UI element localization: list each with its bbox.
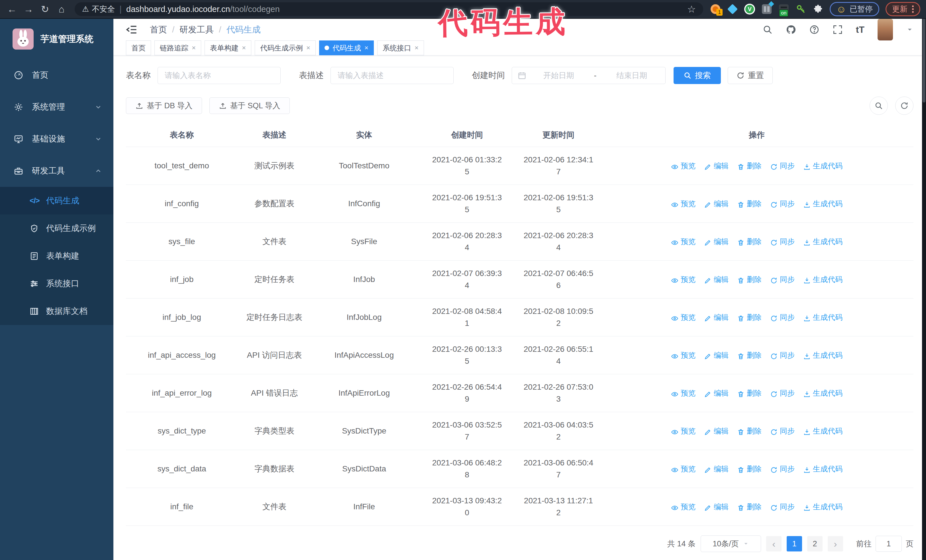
action-sync[interactable]: 同步	[770, 387, 794, 399]
table-row[interactable]: inf_api_access_log API 访问日志表 InfApiAcces…	[126, 337, 914, 374]
tab-home[interactable]: 首页	[126, 41, 151, 55]
home-icon[interactable]: ⌂	[55, 3, 68, 15]
sidebar-item-system-management[interactable]: 系统管理	[0, 91, 113, 123]
extensions-puzzle-icon[interactable]	[813, 4, 823, 15]
date-range-picker[interactable]: 开始日期 - 结束日期	[512, 67, 666, 84]
action-sync[interactable]: 同步	[770, 235, 794, 248]
action-sync[interactable]: 同步	[770, 273, 794, 285]
breadcrumb-dev-tools[interactable]: 研发工具	[180, 24, 214, 36]
extension-orange-icon[interactable]: 1	[710, 4, 721, 15]
page-size-select[interactable]: 10条/页	[701, 536, 761, 552]
sidebar-toggle-icon[interactable]	[126, 24, 137, 35]
sidebar-item-form-builder[interactable]: 表单构建	[0, 242, 113, 270]
action-delete[interactable]: 删除	[737, 311, 762, 323]
sidebar-item-home[interactable]: 首页	[0, 59, 113, 91]
table-row[interactable]: sys_dict_data 字典数据表 SysDictData 2021-03-…	[126, 450, 914, 488]
action-sync[interactable]: 同步	[770, 463, 794, 475]
action-delete[interactable]: 删除	[737, 160, 762, 172]
action-generate-code[interactable]: 生成代码	[803, 198, 843, 210]
action-generate-code[interactable]: 生成代码	[803, 501, 843, 513]
action-delete[interactable]: 删除	[737, 425, 762, 437]
avatar[interactable]	[878, 19, 893, 41]
action-edit[interactable]: 编辑	[704, 501, 729, 513]
table-row[interactable]: inf_api_error_log API 错误日志 InfApiErrorLo…	[126, 374, 914, 412]
reset-button[interactable]: 重置	[728, 67, 773, 84]
action-edit[interactable]: 编辑	[704, 160, 729, 172]
table-row[interactable]: inf_job 定时任务表 InfJob 2021-02-07 06:39:34…	[126, 261, 914, 299]
close-icon[interactable]: ×	[306, 44, 310, 51]
action-generate-code[interactable]: 生成代码	[803, 160, 843, 172]
extension-switch-icon[interactable]: on	[778, 4, 789, 15]
question-icon[interactable]	[809, 24, 819, 35]
close-icon[interactable]: ×	[415, 44, 419, 51]
extension-panel-icon[interactable]	[761, 4, 772, 15]
action-sync[interactable]: 同步	[770, 349, 794, 361]
close-icon[interactable]: ×	[192, 44, 196, 51]
action-generate-code[interactable]: 生成代码	[803, 425, 843, 437]
action-delete[interactable]: 删除	[737, 463, 762, 475]
action-generate-code[interactable]: 生成代码	[803, 387, 843, 399]
action-preview[interactable]: 预览	[671, 273, 696, 285]
action-preview[interactable]: 预览	[671, 425, 696, 437]
extension-key-icon[interactable]	[796, 4, 806, 15]
action-delete[interactable]: 删除	[737, 198, 762, 210]
address-bar[interactable]: ⚠ 不安全 | dashboard.yudao.iocoder.cn/tool/…	[75, 2, 703, 16]
bookmark-star-icon[interactable]: ☆	[687, 3, 696, 15]
action-preview[interactable]: 预览	[671, 198, 696, 210]
action-edit[interactable]: 编辑	[704, 273, 729, 285]
tab-form-builder[interactable]: 表单构建 ×	[204, 41, 251, 55]
extension-gem-icon[interactable]	[727, 4, 738, 15]
font-size-icon[interactable]: tT	[856, 24, 864, 35]
table-row[interactable]: inf_job_log 定时任务日志表 InfJobLog 2021-02-08…	[126, 299, 914, 337]
action-generate-code[interactable]: 生成代码	[803, 311, 843, 323]
sidebar-item-dev-tools[interactable]: 研发工具	[0, 155, 113, 187]
fullscreen-icon[interactable]	[832, 24, 843, 35]
action-delete[interactable]: 删除	[737, 501, 762, 513]
action-edit[interactable]: 编辑	[704, 235, 729, 248]
page-button-2[interactable]: 2	[807, 536, 823, 551]
action-preview[interactable]: 预览	[671, 501, 696, 513]
table-row[interactable]: sys_file 文件表 SysFile 2021-02-06 20:28:34…	[126, 223, 914, 261]
action-preview[interactable]: 预览	[671, 387, 696, 399]
tab-codegen-example[interactable]: 代码生成示例 ×	[255, 41, 316, 55]
not-secure-warning[interactable]: ⚠ 不安全	[82, 4, 115, 14]
reload-icon[interactable]: ↻	[39, 3, 51, 15]
goto-page-input[interactable]	[876, 536, 902, 552]
action-edit[interactable]: 编辑	[704, 311, 729, 323]
forward-icon[interactable]: →	[22, 3, 35, 15]
search-button[interactable]: 搜索	[673, 67, 721, 84]
action-sync[interactable]: 同步	[770, 501, 794, 513]
table-row[interactable]: inf_config 参数配置表 InfConfig 2021-02-06 19…	[126, 185, 914, 223]
breadcrumb-home[interactable]: 首页	[150, 24, 167, 36]
action-sync[interactable]: 同步	[770, 311, 794, 323]
action-preview[interactable]: 预览	[671, 349, 696, 361]
action-edit[interactable]: 编辑	[704, 463, 729, 475]
action-generate-code[interactable]: 生成代码	[803, 273, 843, 285]
tab-system-api[interactable]: 系统接口 ×	[377, 41, 424, 55]
next-page-button[interactable]: ›	[828, 536, 843, 551]
action-sync[interactable]: 同步	[770, 198, 794, 210]
tab-tracing[interactable]: 链路追踪 ×	[154, 41, 201, 55]
search-icon[interactable]	[763, 24, 773, 35]
action-preview[interactable]: 预览	[671, 311, 696, 323]
action-edit[interactable]: 编辑	[704, 387, 729, 399]
action-sync[interactable]: 同步	[770, 160, 794, 172]
table-row[interactable]: sys_dict_type 字典类型表 SysDictType 2021-03-…	[126, 412, 914, 450]
import-db-button[interactable]: 基于 DB 导入	[126, 97, 202, 114]
table-row[interactable]: tool_test_demo 测试示例表 ToolTestDemo 2021-0…	[126, 147, 914, 185]
prev-page-button[interactable]: ‹	[766, 536, 782, 551]
action-sync[interactable]: 同步	[770, 425, 794, 437]
action-delete[interactable]: 删除	[737, 387, 762, 399]
end-date-placeholder[interactable]: 结束日期	[604, 70, 660, 81]
action-delete[interactable]: 删除	[737, 349, 762, 361]
sidebar-item-codegen-example[interactable]: 代码生成示例	[0, 214, 113, 242]
sidebar-item-database-doc[interactable]: 数据库文档	[0, 297, 113, 325]
tab-codegen[interactable]: 代码生成 ×	[319, 41, 374, 55]
sidebar-item-infrastructure[interactable]: 基础设施	[0, 123, 113, 155]
close-icon[interactable]: ×	[242, 44, 246, 51]
chrome-update-button[interactable]: 更新	[885, 2, 920, 16]
browser-menu-icon[interactable]	[912, 5, 914, 13]
github-icon[interactable]	[786, 24, 796, 35]
chevron-down-icon[interactable]	[906, 26, 914, 33]
table-desc-input[interactable]	[330, 67, 454, 84]
